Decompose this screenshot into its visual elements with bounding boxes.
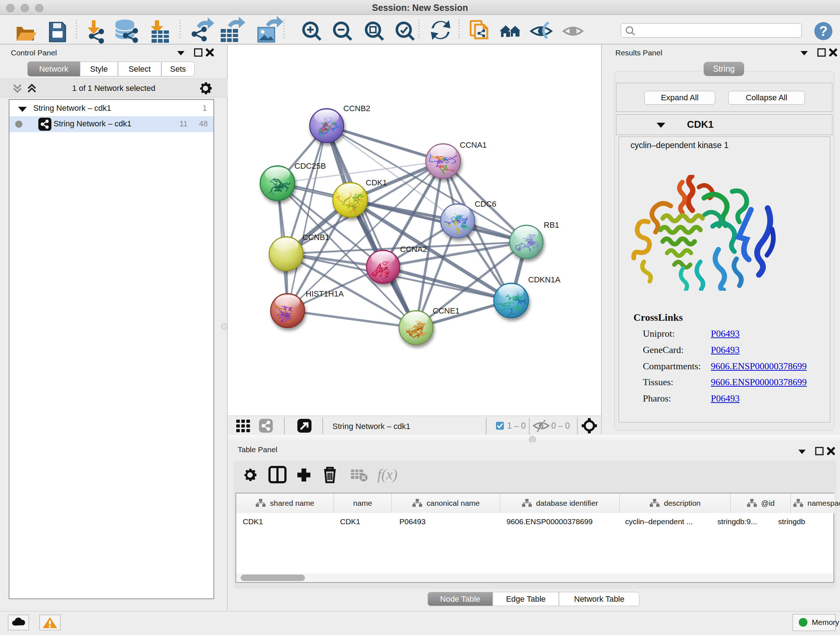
svg-text:CDK1: CDK1 bbox=[366, 178, 387, 187]
svg-text:HIST1H1A: HIST1H1A bbox=[306, 289, 344, 298]
svg-text:CDC6: CDC6 bbox=[475, 200, 496, 209]
svg-text:CDKN1A: CDKN1A bbox=[528, 275, 561, 284]
svg-text:CCNB1: CCNB1 bbox=[302, 233, 330, 242]
svg-text:String Network – cdk1: String Network – cdk1 bbox=[332, 422, 410, 431]
svg-text:CCNE1: CCNE1 bbox=[433, 306, 460, 315]
svg-text:RB1: RB1 bbox=[544, 220, 559, 230]
svg-text:f(x): f(x) bbox=[377, 466, 398, 483]
svg-text:0 – 0: 0 – 0 bbox=[551, 421, 570, 431]
svg-text:1 – 0: 1 – 0 bbox=[507, 421, 526, 431]
svg-text:CCNA2: CCNA2 bbox=[400, 245, 427, 254]
svg-text:CDC25B: CDC25B bbox=[294, 162, 326, 171]
svg-text:CCNB2: CCNB2 bbox=[343, 104, 370, 113]
svg-text:CCNA1: CCNA1 bbox=[460, 141, 487, 149]
svg-text:?: ? bbox=[819, 24, 827, 39]
